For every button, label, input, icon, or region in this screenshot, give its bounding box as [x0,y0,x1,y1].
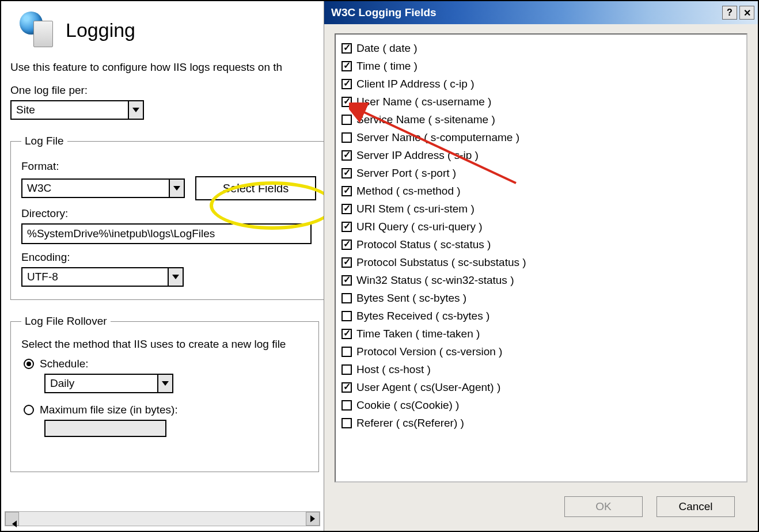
field-label: Time Taken ( time-taken ) [356,328,480,340]
field-row: Time ( time ) [341,57,741,75]
field-checkbox[interactable] [341,293,352,303]
format-label: Format: [21,160,316,173]
field-checkbox[interactable] [341,61,352,71]
field-row: Server Name ( s-computername ) [341,128,741,146]
field-checkbox[interactable] [341,97,352,107]
horizontal-scrollbar[interactable] [5,511,320,526]
field-row: User Name ( cs-username ) [341,93,741,111]
field-row: Referer ( cs(Referer) ) [341,414,741,432]
field-row: Server IP Address ( s-ip ) [341,146,741,164]
field-label: Method ( cs-method ) [356,185,461,197]
field-label: URI Stem ( cs-uri-stem ) [356,203,475,215]
one-log-value: Site [12,104,128,116]
field-checkbox[interactable] [341,257,352,268]
field-label: Bytes Sent ( sc-bytes ) [356,292,466,305]
field-label: Server Name ( s-computername ) [356,131,519,144]
field-row: Cookie ( cs(Cookie) ) [341,396,741,414]
cancel-button[interactable]: Cancel [656,496,735,517]
field-label: URI Query ( cs-uri-query ) [356,221,483,233]
encoding-label: Encoding: [21,251,316,264]
schedule-radio[interactable] [24,359,34,369]
field-label: Service Name ( s-sitename ) [356,113,495,126]
field-row: User Agent ( cs(User-Agent) ) [341,378,741,396]
maxsize-input[interactable] [44,420,166,437]
field-row: Server Port ( s-port ) [341,164,741,182]
close-button[interactable]: ✕ [739,6,754,20]
field-label: Client IP Address ( c-ip ) [356,78,475,90]
maxsize-radio[interactable] [24,405,34,415]
encoding-value: UTF-8 [22,271,168,283]
fields-checklist[interactable]: Date ( date )Time ( time )Client IP Addr… [335,33,747,482]
chevron-down-icon[interactable] [157,375,172,392]
field-checkbox[interactable] [341,311,352,321]
field-checkbox[interactable] [341,79,352,89]
scroll-left-arrow-icon[interactable] [5,512,19,526]
dialog-title: W3C Logging Fields [331,6,720,19]
field-checkbox[interactable] [341,132,352,143]
field-label: Host ( cs-host ) [356,363,431,376]
one-log-label: One log file per: [10,84,324,97]
page-title: Logging [66,19,135,41]
field-label: Referer ( cs(Referer) ) [356,417,464,430]
schedule-label: Schedule: [40,358,89,370]
ok-button[interactable]: OK [564,496,643,517]
field-label: User Agent ( cs(User-Agent) ) [356,381,500,394]
chevron-down-icon[interactable] [168,268,183,286]
format-combo[interactable]: W3C [21,178,185,198]
field-row: Bytes Sent ( sc-bytes ) [341,289,741,307]
field-checkbox[interactable] [341,400,352,411]
field-row: Bytes Received ( cs-bytes ) [341,307,741,325]
help-button[interactable]: ? [722,6,737,20]
w3c-fields-dialog: W3C Logging Fields ? ✕ Date ( date )Time… [324,1,758,531]
scroll-right-arrow-icon[interactable] [306,512,320,526]
field-label: Server Port ( s-port ) [356,167,456,180]
field-row: URI Stem ( cs-uri-stem ) [341,200,741,218]
rollover-description: Select the method that IIS uses to creat… [21,338,308,351]
rollover-legend: Log File Rollover [21,315,111,328]
field-label: Date ( date ) [356,42,418,55]
field-row: Method ( cs-method ) [341,182,741,200]
chevron-down-icon[interactable] [128,101,143,119]
field-checkbox[interactable] [341,168,352,178]
field-checkbox[interactable] [341,43,352,54]
chevron-down-icon[interactable] [169,180,184,197]
field-checkbox[interactable] [341,347,352,357]
field-row: Date ( date ) [341,39,741,57]
field-checkbox[interactable] [341,329,352,339]
log-file-legend: Log File [21,135,67,147]
field-row: Client IP Address ( c-ip ) [341,75,741,93]
field-checkbox[interactable] [341,115,352,125]
field-checkbox[interactable] [341,240,352,250]
field-label: Time ( time ) [356,60,418,73]
encoding-combo[interactable]: UTF-8 [21,267,184,287]
field-label: Cookie ( cs(Cookie) ) [356,399,459,412]
schedule-combo[interactable]: Daily [44,374,173,393]
field-checkbox[interactable] [341,150,352,161]
maxsize-label: Maximum file size (in bytes): [40,404,178,416]
field-label: Win32 Status ( sc-win32-status ) [356,274,514,287]
field-row: Host ( cs-host ) [341,360,741,378]
field-row: Win32 Status ( sc-win32-status ) [341,271,741,289]
field-label: Protocol Status ( sc-status ) [356,238,491,251]
logging-description: Use this feature to configure how IIS lo… [10,61,324,74]
field-checkbox[interactable] [341,275,352,286]
field-row: Protocol Status ( sc-status ) [341,235,741,253]
field-label: Bytes Received ( cs-bytes ) [356,310,489,322]
one-log-combo[interactable]: Site [10,100,144,120]
field-checkbox[interactable] [341,222,352,232]
select-fields-button[interactable]: Select Fields [195,176,316,200]
directory-label: Directory: [21,207,316,220]
field-row: Protocol Version ( cs-version ) [341,343,741,360]
field-checkbox[interactable] [341,186,352,196]
field-checkbox[interactable] [341,382,352,393]
field-checkbox[interactable] [341,204,352,214]
field-checkbox[interactable] [341,364,352,375]
field-label: Protocol Substatus ( sc-substatus ) [356,256,526,269]
field-label: Server IP Address ( s-ip ) [356,149,479,162]
directory-input[interactable]: %SystemDrive%\inetpub\logs\LogFiles [21,223,312,244]
log-file-group: Log File Format: W3C Select Fields Direc… [10,135,327,300]
field-row: Protocol Substatus ( sc-substatus ) [341,253,741,271]
dialog-titlebar: W3C Logging Fields ? ✕ [324,1,758,24]
field-row: Time Taken ( time-taken ) [341,325,741,343]
field-checkbox[interactable] [341,418,352,428]
